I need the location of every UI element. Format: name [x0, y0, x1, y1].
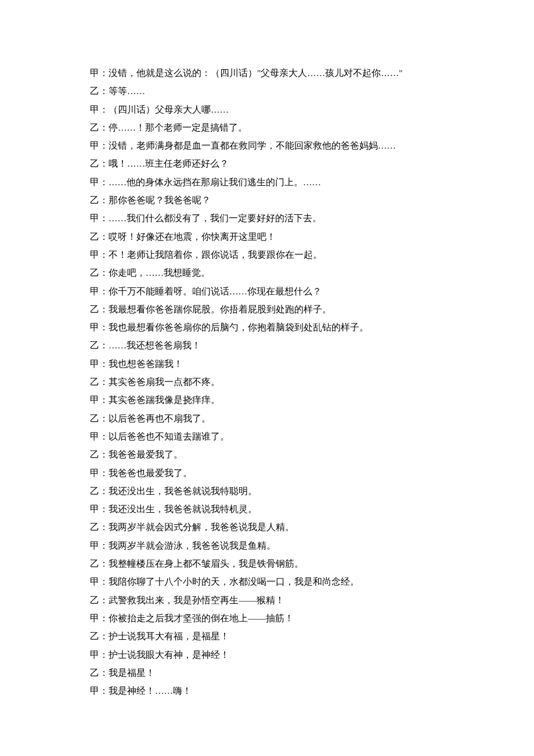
- colon-separator: ：: [99, 359, 109, 369]
- dialogue-text: 我是神经！……嗨！: [109, 686, 192, 696]
- dialogue-text: 哦！……班主任老师还好么？: [109, 159, 229, 168]
- colon-separator: ：: [99, 559, 109, 568]
- colon-separator: ：: [99, 431, 109, 441]
- dialogue-text: 我爸爸也最爱我了。: [109, 468, 192, 478]
- colon-separator: ：: [99, 686, 109, 696]
- dialogue-text: 那你爸爸呢？我爸爸呢？: [109, 195, 211, 205]
- dialogue-line: 甲：没错，老师满身都是血一直都在救同学，不能回家救他的爸爸妈妈……: [90, 136, 464, 154]
- dialogue-text: 我陪你聊了十八个小时的天，水都没喝一口，我是和尚念经。: [109, 577, 359, 586]
- dialogue-text: 以后爸爸也不知道去踹谁了。: [109, 431, 229, 441]
- dialogue-text: 其实爸爸踹我像是挠痒痒。: [109, 395, 220, 405]
- speaker-label: 甲: [90, 650, 99, 660]
- colon-separator: ：: [99, 177, 109, 187]
- speaker-label: 甲: [90, 105, 99, 114]
- dialogue-text: 护士说我眼大有神，是神经！: [109, 650, 229, 660]
- dialogue-line: 甲：……他的身体永远挡在那扇让我们逃生的门上。……: [90, 173, 464, 191]
- colon-separator: ：: [99, 650, 109, 660]
- speaker-label: 甲: [90, 686, 99, 696]
- dialogue-text: 以后爸爸再也不扇我了。: [109, 413, 211, 423]
- speaker-label: 甲: [90, 468, 99, 478]
- colon-separator: ：: [99, 250, 109, 260]
- dialogue-text: 没错，他就是这么说的：（四川话）"父母亲大人……孩儿对不起你……": [109, 68, 403, 78]
- colon-separator: ：: [99, 159, 109, 168]
- speaker-label: 甲: [90, 504, 99, 514]
- dialogue-text: ……我们什么都没有了，我们一定要好好的活下去。: [109, 213, 322, 223]
- speaker-label: 乙: [90, 159, 99, 168]
- speaker-label: 乙: [90, 340, 99, 350]
- colon-separator: ：: [99, 577, 109, 586]
- dialogue-line: 乙：我两岁半就会因式分解，我爸爸说我是人精。: [90, 518, 464, 536]
- dialogue-line: 乙：武警救我出来，我是孙悟空再生——猴精！: [90, 591, 464, 609]
- colon-separator: ：: [99, 304, 109, 314]
- dialogue-text: 我是福星！: [109, 668, 155, 678]
- speaker-label: 乙: [90, 86, 99, 96]
- dialogue-text: 武警救我出来，我是孙悟空再生——猴精！: [109, 595, 284, 605]
- dialogue-text: 哎呀！好像还在地震，你快离开这里吧！: [109, 232, 276, 242]
- dialogue-line: 乙：我是福星！: [90, 664, 464, 682]
- dialogue-list: 甲：没错，他就是这么说的：（四川话）"父母亲大人……孩儿对不起你……"乙：等等……: [90, 64, 464, 700]
- dialogue-line: 乙：哎呀！好像还在地震，你快离开这里吧！: [90, 228, 464, 246]
- dialogue-text: 我也想爸爸踹我！: [109, 359, 183, 369]
- colon-separator: ：: [99, 68, 109, 78]
- colon-separator: ：: [99, 268, 109, 278]
- dialogue-line: 乙：其实爸爸扇我一点都不疼。: [90, 373, 464, 391]
- dialogue-line: 甲：我爸爸也最爱我了。: [90, 464, 464, 482]
- dialogue-line: 甲：没错，他就是这么说的：（四川话）"父母亲大人……孩儿对不起你……": [90, 64, 464, 82]
- speaker-label: 甲: [90, 177, 99, 187]
- dialogue-line: 甲：你千万不能睡着呀。咱们说话……你现在最想什么？: [90, 282, 464, 300]
- dialogue-line: 乙：护士说我耳大有福，是福星！: [90, 627, 464, 645]
- dialogue-line: 甲：……我们什么都没有了，我们一定要好好的活下去。: [90, 209, 464, 227]
- dialogue-text: 我也最想看你爸爸扇你的后脑勺，你抱着脑袋到处乱钻的样子。: [109, 322, 369, 332]
- speaker-label: 乙: [90, 232, 99, 242]
- speaker-label: 乙: [90, 123, 99, 132]
- colon-separator: ：: [99, 486, 109, 496]
- dialogue-text: 我还没出生，我爸爸就说我特机灵。: [109, 504, 257, 514]
- colon-separator: ：: [99, 595, 109, 605]
- colon-separator: ：: [99, 141, 109, 150]
- dialogue-line: 甲：我陪你聊了十八个小时的天，水都没喝一口，我是和尚念经。: [90, 573, 464, 591]
- dialogue-text: 我两岁半就会因式分解，我爸爸说我是人精。: [109, 522, 294, 532]
- dialogue-line: 乙：……我还想爸爸扇我！: [90, 336, 464, 354]
- dialogue-text: （四川话）父母亲大人哪……: [109, 105, 229, 114]
- colon-separator: ：: [99, 504, 109, 514]
- colon-separator: ：: [99, 468, 109, 478]
- colon-separator: ：: [99, 232, 109, 242]
- dialogue-line: 甲：不！老师让我陪着你，跟你说话，我要跟你在一起。: [90, 246, 464, 264]
- colon-separator: ：: [99, 286, 109, 296]
- colon-separator: ：: [99, 413, 109, 423]
- colon-separator: ：: [99, 613, 109, 623]
- dialogue-line: 乙：你走吧，……我想睡觉。: [90, 264, 464, 282]
- speaker-label: 甲: [90, 68, 99, 78]
- colon-separator: ：: [99, 395, 109, 405]
- colon-separator: ：: [99, 213, 109, 223]
- speaker-label: 甲: [90, 250, 99, 260]
- dialogue-line: 甲：我是神经！……嗨！: [90, 682, 464, 700]
- dialogue-line: 乙：那你爸爸呢？我爸爸呢？: [90, 191, 464, 209]
- speaker-label: 乙: [90, 668, 99, 678]
- speaker-label: 乙: [90, 595, 99, 605]
- dialogue-text: 护士说我耳大有福，是福星！: [109, 631, 229, 641]
- speaker-label: 甲: [90, 141, 99, 150]
- speaker-label: 甲: [90, 431, 99, 441]
- colon-separator: ：: [99, 541, 109, 550]
- dialogue-line: 乙：等等……: [90, 82, 464, 100]
- speaker-label: 甲: [90, 395, 99, 405]
- speaker-label: 甲: [90, 541, 99, 550]
- dialogue-line: 甲：我两岁半就会游泳，我爸爸说我是鱼精。: [90, 537, 464, 555]
- dialogue-text: 我两岁半就会游泳，我爸爸说我是鱼精。: [109, 541, 276, 550]
- colon-separator: ：: [99, 105, 109, 114]
- dialogue-line: 甲：（四川话）父母亲大人哪……: [90, 100, 464, 118]
- dialogue-text: 等等……: [109, 86, 145, 96]
- dialogue-text: 你被抬走之后我才坚强的倒在地上——抽筋！: [109, 613, 294, 623]
- dialogue-line: 甲：护士说我眼大有神，是神经！: [90, 646, 464, 664]
- speaker-label: 甲: [90, 213, 99, 223]
- colon-separator: ：: [99, 377, 109, 387]
- dialogue-line: 甲：我还没出生，我爸爸就说我特机灵。: [90, 500, 464, 518]
- dialogue-line: 甲：我也最想看你爸爸扇你的后脑勺，你抱着脑袋到处乱钻的样子。: [90, 318, 464, 336]
- speaker-label: 乙: [90, 449, 99, 459]
- dialogue-line: 乙：以后爸爸再也不扇我了。: [90, 409, 464, 427]
- colon-separator: ：: [99, 449, 109, 459]
- dialogue-text: 我爸爸最爱我了。: [109, 449, 183, 459]
- dialogue-line: 甲：其实爸爸踹我像是挠痒痒。: [90, 391, 464, 409]
- dialogue-line: 乙：我最想看你爸爸踹你屁股。你捂着屁股到处跑的样子。: [90, 300, 464, 318]
